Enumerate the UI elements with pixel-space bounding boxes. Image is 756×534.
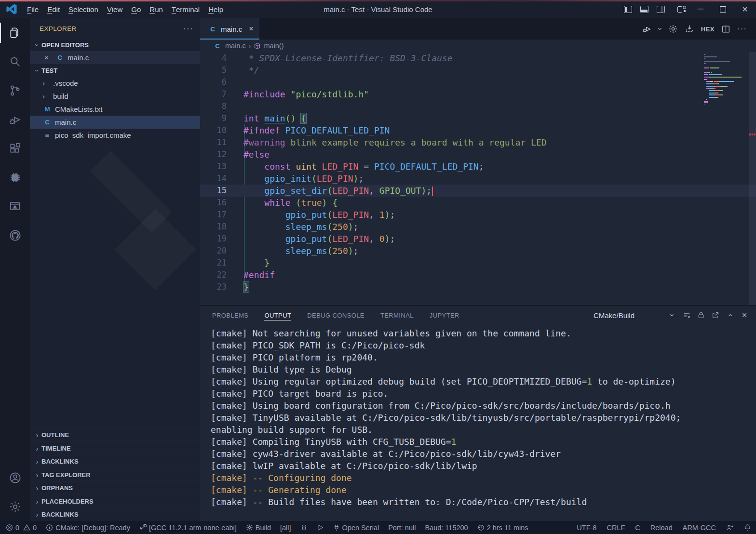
code-line[interactable]: 19 gpio_put(LED_PIN, 0); [200, 233, 756, 245]
code-line[interactable]: 16 while (true) { [200, 197, 756, 209]
lock-icon[interactable] [694, 308, 708, 322]
cmake-gear-icon[interactable] [666, 22, 680, 36]
status-kit-selector[interactable]: [GCC 11.2.1 arm-none-eabi] [139, 524, 237, 532]
code-line[interactable]: 4 * SPDX-License-Identifier: BSD-3-Claus… [200, 52, 756, 64]
split-editor-icon[interactable] [719, 23, 733, 36]
file-tree-item[interactable]: Cmain.c [30, 116, 200, 129]
close-panel-icon[interactable]: × [738, 308, 751, 322]
menu-view[interactable]: View [103, 0, 127, 18]
code-line[interactable]: 23} [200, 281, 756, 293]
menu-run[interactable]: Run [145, 0, 167, 18]
code-line[interactable]: 20 sleep_ms(250); [200, 245, 756, 257]
panel-tab-debug-console[interactable]: DEBUG CONSOLE [307, 306, 364, 325]
sidebar-section-backlinks[interactable]: ›BACKLINKS [30, 508, 200, 521]
activitybar-run-debug-icon[interactable] [0, 105, 30, 134]
status-cmake-status[interactable]: CMake: [Debug]: Ready [46, 524, 130, 532]
minimap[interactable] [704, 54, 746, 106]
activitybar-serial-window-icon[interactable] [0, 192, 30, 221]
status-open-serial[interactable]: Open Serial [333, 524, 379, 532]
clear-output-icon[interactable] [680, 308, 693, 322]
customize-layout-icon[interactable] [673, 0, 689, 18]
sidebar-section-timeline[interactable]: ›TIMELINE [30, 441, 200, 455]
code-line[interactable]: 9int main() { [200, 112, 756, 124]
open-editor-item[interactable]: ×Cmain.c [30, 51, 200, 64]
code-line[interactable]: 18 sleep_ms(250); [200, 221, 756, 233]
status-language-mode[interactable]: C [635, 524, 640, 532]
file-tree-item[interactable]: ›build [30, 90, 200, 103]
debug-run-button[interactable] [639, 22, 654, 36]
menu-go[interactable]: Go [127, 0, 145, 18]
panel-tab-terminal[interactable]: TERMINAL [380, 306, 414, 325]
maximize-button[interactable] [712, 0, 734, 18]
breadcrumb-symbol[interactable]: main() [264, 42, 284, 50]
menu-file[interactable]: File [23, 0, 43, 18]
code-editor[interactable]: 4 * SPDX-License-Identifier: BSD-3-Claus… [200, 52, 756, 305]
code-line[interactable]: 11#warning blink example requires a boar… [200, 136, 756, 148]
status-reload[interactable]: Reload [650, 524, 673, 532]
code-line[interactable]: 14 gpio_init(LED_PIN); [200, 173, 756, 185]
maximize-panel-icon[interactable]: › [723, 308, 737, 322]
tab-main-c[interactable]: C main.c × [200, 18, 259, 40]
status-baud-rate[interactable]: Baud: 115200 [425, 524, 468, 532]
flash-install-icon[interactable] [682, 22, 697, 36]
sidebar-section-orphans[interactable]: ›ORPHANS [30, 481, 200, 495]
minimize-button[interactable]: ─ [689, 0, 712, 18]
open-editors-section[interactable]: › OPEN EDITORS [30, 39, 200, 51]
status-debug-target[interactable] [300, 524, 308, 531]
file-tree-item[interactable]: MCMakeLists.txt [30, 103, 200, 116]
status-feedback[interactable] [726, 524, 734, 531]
code-line[interactable]: 21 } [200, 257, 756, 269]
code-line[interactable]: 22#endif [200, 269, 756, 281]
toggle-panel-icon[interactable] [636, 0, 652, 18]
channel-chevron-icon[interactable]: › [665, 308, 679, 322]
activitybar-extensions-icon[interactable] [0, 134, 30, 163]
code-line[interactable]: 5 */ [200, 64, 756, 76]
status-time-tracker[interactable]: 2 hrs 11 mins [477, 524, 528, 532]
output-channel-select[interactable]: CMake/Build [594, 311, 634, 320]
status-arm-gcc[interactable]: ARM-GCC [683, 524, 716, 532]
more-actions-icon[interactable]: ··· [735, 22, 749, 36]
code-line[interactable]: 15 gpio_set_dir(LED_PIN, GPIO_OUT); [200, 185, 756, 197]
open-output-in-editor-icon[interactable] [709, 308, 722, 322]
hex-editor-button[interactable]: HEX [699, 24, 717, 35]
status-build-target[interactable]: [all] [280, 524, 291, 532]
sidebar-section-outline[interactable]: ›OUTLINE [30, 428, 200, 442]
sidebar-more-actions-icon[interactable]: ··· [183, 24, 193, 34]
sidebar-section-backlinks[interactable]: ›BACKLINKS [30, 455, 200, 468]
status-build-button[interactable]: Build [246, 524, 271, 532]
activitybar-pico-chip-icon[interactable] [0, 163, 30, 192]
code-line[interactable]: 13 const uint LED_PIN = PICO_DEFAULT_LED… [200, 160, 756, 173]
menu-terminal[interactable]: Terminal [167, 0, 204, 18]
code-line[interactable]: 6 [200, 76, 756, 88]
status-errors-count[interactable]: 0 [6, 524, 19, 532]
toggle-secondary-sidebar-icon[interactable] [652, 0, 669, 18]
sidebar-section-placeholders[interactable]: ›PLACEHOLDERS [30, 494, 200, 508]
close-window-button[interactable]: × [734, 0, 756, 18]
code-line[interactable]: 12#else [200, 148, 756, 160]
dropdown-chevron-icon[interactable]: › [656, 23, 663, 35]
editor-scrollbar[interactable] [749, 52, 756, 305]
account-icon[interactable] [0, 463, 30, 492]
activitybar-explorer-icon[interactable] [0, 18, 30, 47]
output-log[interactable]: [cmake] Not searching for unused variabl… [200, 325, 756, 521]
menu-edit[interactable]: Edit [43, 0, 64, 18]
code-line[interactable]: 7#include "pico/stdlib.h" [200, 88, 756, 100]
code-line[interactable]: 8 [200, 100, 756, 112]
settings-gear-icon[interactable] [0, 492, 30, 521]
breadcrumb-file[interactable]: main.c [225, 42, 246, 50]
status-launch-target[interactable] [317, 524, 324, 531]
panel-tab-output[interactable]: OUTPUT [264, 306, 291, 325]
menu-help[interactable]: Help [204, 0, 228, 18]
activitybar-search-icon[interactable] [0, 47, 30, 76]
close-editor-icon[interactable]: × [44, 53, 55, 62]
folder-section[interactable]: › TEST [30, 64, 200, 77]
file-tree-item[interactable]: ≡pico_sdk_import.cmake [30, 129, 200, 142]
code-line[interactable]: 10#ifndef PICO_DEFAULT_LED_PIN [200, 124, 756, 136]
panel-tab-problems[interactable]: PROBLEMS [212, 306, 248, 325]
status-serial-port[interactable]: Port: null [388, 524, 416, 532]
status-warnings-count[interactable]: 0 [23, 524, 37, 532]
panel-tab-jupyter[interactable]: JUPYTER [430, 306, 459, 325]
toggle-sidebar-icon[interactable] [620, 0, 636, 18]
status-notifications[interactable] [744, 524, 751, 531]
menu-selection[interactable]: Selection [64, 0, 103, 18]
